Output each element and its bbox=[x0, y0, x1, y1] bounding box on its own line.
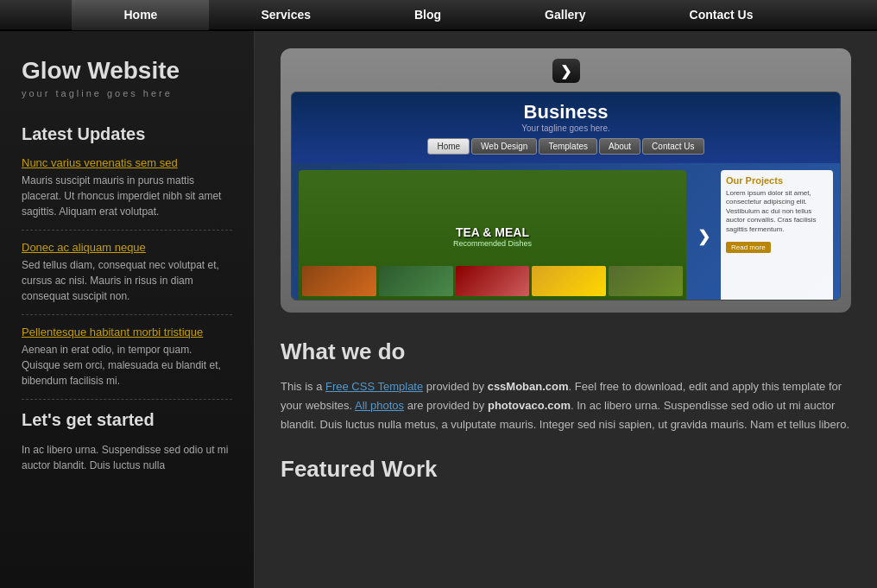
nav-home[interactable]: Home bbox=[72, 0, 209, 30]
main-nav: Home Services Blog Gallery Contact Us bbox=[0, 0, 877, 31]
featured-work-title: Featured Work bbox=[281, 456, 851, 483]
inner-site-tagline: Your tagline goes here. bbox=[521, 123, 610, 133]
tea-meal-title: TEA & MEAL bbox=[456, 225, 529, 239]
tea-meal-sub: Recommended Dishes bbox=[453, 239, 532, 248]
css-template-link[interactable]: Free CSS Template bbox=[325, 380, 423, 393]
browser-top: ❯ bbox=[291, 59, 841, 83]
what-we-do-title: What we do bbox=[281, 338, 851, 365]
update-link-2[interactable]: Donec ac aliquam neque bbox=[22, 241, 232, 254]
dish-4 bbox=[532, 266, 606, 296]
nav-gallery[interactable]: Gallery bbox=[493, 0, 637, 30]
main-content: ❯ Business Your tagline goes here. Home … bbox=[255, 31, 877, 588]
inner-projects-title: Our Projects bbox=[726, 175, 828, 186]
inner-projects-sidebar: Our Projects Lorem ipsum dolor sit amet,… bbox=[721, 170, 833, 300]
update-link-1[interactable]: Nunc varius venenatis sem sed bbox=[22, 156, 232, 169]
update-text-3: Aenean in erat odio, in tempor quam. Qui… bbox=[22, 342, 232, 389]
site-tagline: your tagline goes here bbox=[22, 88, 232, 98]
inner-nav-contact: Contact Us bbox=[642, 138, 703, 155]
what-we-do-paragraph: This is a Free CSS Template provided by … bbox=[281, 377, 851, 434]
browser-frame: ❯ Business Your tagline goes here. Home … bbox=[281, 48, 851, 313]
what-we-do-text-1: This is a bbox=[281, 380, 325, 393]
dish-row bbox=[302, 266, 683, 296]
what-we-do-text-4: are provided by bbox=[404, 399, 488, 412]
photovaco-text: photovaco.com bbox=[488, 399, 571, 412]
site-title: Glow Website bbox=[22, 57, 232, 85]
sidebar: Glow Website your tagline goes here Late… bbox=[0, 31, 255, 588]
divider-2 bbox=[22, 314, 232, 315]
inner-site-header: Business Your tagline goes here. Home We… bbox=[292, 92, 840, 163]
all-photos-link[interactable]: All photos bbox=[355, 399, 404, 412]
inner-read-more[interactable]: Read more bbox=[726, 242, 771, 253]
update-link-3[interactable]: Pellentesque habitant morbi tristique bbox=[22, 326, 232, 338]
what-we-do-text-2: provided by bbox=[423, 380, 487, 393]
inner-projects-text: Lorem ipsum dolor sit amet, consectetur … bbox=[726, 189, 828, 234]
dish-2 bbox=[379, 266, 453, 296]
next-button[interactable]: ❯ bbox=[552, 59, 580, 83]
nav-blog[interactable]: Blog bbox=[363, 0, 493, 30]
inner-nav-bar: Home Web Design Templates About Contact … bbox=[427, 138, 703, 155]
inner-nav-home: Home bbox=[427, 138, 470, 155]
inner-nav-about: About bbox=[599, 138, 640, 155]
page-wrapper: Glow Website your tagline goes here Late… bbox=[0, 31, 877, 588]
dish-3 bbox=[456, 266, 530, 296]
inner-site-screenshot: Business Your tagline goes here. Home We… bbox=[292, 92, 840, 300]
inner-content-area: TEA & MEAL Recommended Dishes bbox=[292, 163, 840, 300]
update-text-2: Sed tellus diam, consequat nec volutpat … bbox=[22, 257, 232, 304]
nav-contact[interactable]: Contact Us bbox=[638, 0, 805, 30]
divider-3 bbox=[22, 399, 232, 400]
inner-site-title: Business bbox=[524, 101, 609, 123]
browser-content: Business Your tagline goes here. Home We… bbox=[291, 92, 841, 300]
update-text-1: Mauris suscipit mauris in purus mattis p… bbox=[22, 173, 232, 219]
inner-main-image: TEA & MEAL Recommended Dishes bbox=[299, 170, 686, 300]
nav-services[interactable]: Services bbox=[209, 0, 363, 30]
inner-nav-webdesign: Web Design bbox=[471, 138, 537, 155]
inner-arrow-icon: ❯ bbox=[693, 170, 714, 300]
cssmoban-text: cssMoban.com bbox=[488, 380, 569, 393]
get-started-heading: Let's get started bbox=[22, 410, 232, 430]
dish-5 bbox=[609, 266, 683, 296]
divider-1 bbox=[22, 230, 232, 231]
get-started-text: In ac libero urna. Suspendisse sed odio … bbox=[22, 442, 232, 473]
latest-updates-heading: Latest Updates bbox=[22, 124, 232, 144]
dish-1 bbox=[302, 266, 376, 296]
inner-nav-templates: Templates bbox=[539, 138, 597, 155]
